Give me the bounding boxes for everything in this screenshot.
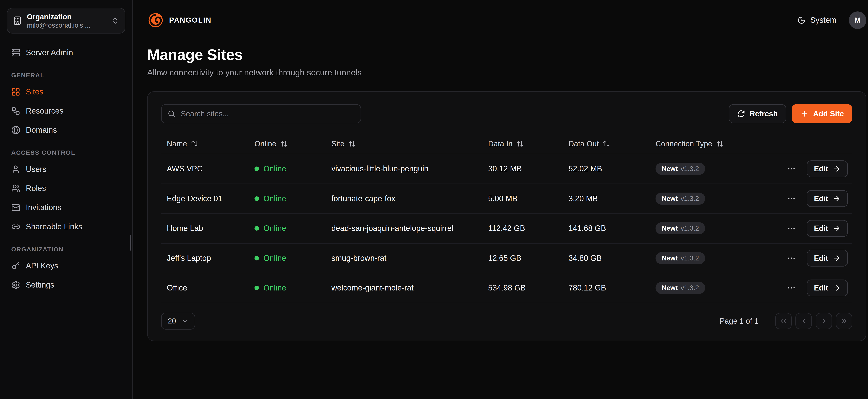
column-header-online[interactable]: Online — [254, 140, 332, 148]
sidebar-item-settings[interactable]: Settings — [7, 276, 125, 294]
sidebar-item-roles[interactable]: Roles — [7, 179, 125, 197]
arrow-right-icon — [833, 165, 841, 173]
row-edit-button[interactable]: Edit — [807, 280, 848, 296]
row-more-button[interactable] — [785, 221, 798, 235]
status-badge: Online — [254, 164, 332, 173]
data-in-value: 534.98 GB — [488, 283, 568, 293]
org-selector-label: Organization — [27, 12, 106, 22]
more-horizontal-icon — [787, 254, 796, 263]
globe-icon — [11, 126, 20, 134]
org-selector[interactable]: Organization milo@fossorial.io's ... — [7, 8, 125, 33]
more-horizontal-icon — [787, 283, 796, 293]
sidebar-item-shareable-links[interactable]: Shareable Links — [7, 218, 125, 236]
next-page-button[interactable] — [816, 313, 832, 329]
sidebar-item-resources[interactable]: Resources — [7, 102, 125, 120]
row-edit-button[interactable]: Edit — [807, 160, 848, 177]
theme-toggle[interactable]: System — [797, 16, 836, 25]
sort-icon — [348, 140, 356, 147]
sidebar-item-users[interactable]: Users — [7, 160, 125, 178]
page-subtitle: Allow connectivity to your network throu… — [147, 67, 866, 77]
status-badge: Online — [254, 283, 332, 293]
row-edit-button[interactable]: Edit — [807, 190, 848, 207]
section-title-access-control: ACCESS CONTROL — [11, 149, 121, 156]
avatar[interactable]: M — [849, 11, 866, 29]
site-name: Edge Device 01 — [167, 194, 254, 203]
page-title: Manage Sites — [147, 46, 866, 64]
sites-card: Refresh Add Site Name Online Site Data I… — [147, 91, 866, 341]
previous-page-button[interactable] — [796, 313, 812, 329]
more-horizontal-icon — [787, 224, 796, 233]
pangolin-logo-icon — [147, 12, 164, 29]
moon-icon — [797, 16, 806, 25]
arrow-right-icon — [833, 254, 841, 262]
brand-logo[interactable]: PANGOLIN — [147, 12, 212, 29]
sidebar-item-label: Settings — [26, 280, 54, 289]
data-in-value: 112.42 GB — [488, 224, 568, 233]
site-name: AWS VPC — [167, 164, 254, 173]
sidebar-item-sites[interactable]: Sites — [7, 83, 125, 101]
page-size-select[interactable]: 20 — [161, 313, 195, 330]
table-toolbar: Refresh Add Site — [161, 104, 852, 123]
more-horizontal-icon — [787, 164, 796, 173]
row-more-button[interactable] — [785, 162, 798, 176]
connection-type-badge: Newtv1.3.2 — [655, 192, 705, 205]
brand-name: PANGOLIN — [169, 16, 212, 24]
more-horizontal-icon — [787, 194, 796, 203]
column-header-site[interactable]: Site — [332, 140, 488, 148]
data-out-value: 141.68 GB — [568, 224, 656, 233]
site-name: Office — [167, 283, 254, 293]
page-content: Manage Sites Allow connectivity to your … — [133, 40, 868, 341]
sites-icon — [11, 87, 20, 96]
row-edit-button[interactable]: Edit — [807, 220, 848, 237]
column-header-connection-type[interactable]: Connection Type — [655, 140, 785, 148]
data-out-value: 52.02 MB — [568, 164, 656, 173]
data-out-value: 34.80 GB — [568, 254, 656, 263]
sidebar-item-invitations[interactable]: Invitations — [7, 198, 125, 217]
key-icon — [11, 261, 20, 270]
column-header-name[interactable]: Name — [167, 140, 254, 148]
section-title-general: GENERAL — [11, 72, 121, 79]
search-box — [161, 104, 361, 123]
pagination-controls — [775, 313, 852, 329]
sort-icon — [716, 140, 723, 147]
connection-type-badge: Newtv1.3.2 — [655, 222, 705, 235]
chevrons-right-icon — [840, 317, 848, 325]
sites-table: Name Online Site Data In Data Out Connec… — [161, 134, 852, 303]
add-site-button[interactable]: Add Site — [792, 104, 852, 123]
table-footer: 20 Page 1 of 1 — [161, 313, 852, 330]
gear-icon — [11, 281, 20, 289]
roles-icon — [11, 184, 20, 193]
online-dot-icon — [254, 256, 259, 260]
server-icon — [11, 48, 20, 57]
row-more-button[interactable] — [785, 281, 798, 295]
table-header-row: Name Online Site Data In Data Out Connec… — [161, 134, 852, 154]
sidebar-item-api-keys[interactable]: API Keys — [7, 257, 125, 275]
search-icon — [167, 110, 176, 118]
status-badge: Online — [254, 194, 332, 203]
sidebar-item-label: Invitations — [26, 203, 61, 212]
row-more-button[interactable] — [785, 251, 798, 265]
first-page-button[interactable] — [775, 313, 792, 329]
refresh-button[interactable]: Refresh — [729, 104, 786, 123]
site-name: Jeff's Laptop — [167, 254, 254, 263]
column-header-data-in[interactable]: Data In — [488, 140, 568, 148]
sidebar-item-server-admin[interactable]: Server Admin — [7, 43, 125, 62]
sort-icon — [517, 140, 524, 147]
theme-label: System — [810, 16, 836, 25]
section-title-organization: ORGANIZATION — [11, 246, 121, 253]
sidebar-nav: Server Admin GENERAL Sites Resources Dom… — [7, 43, 125, 295]
sidebar-item-label: Resources — [26, 106, 64, 116]
sidebar-scrollbar-thumb[interactable] — [130, 235, 132, 251]
sidebar-item-domains[interactable]: Domains — [7, 121, 125, 139]
chevrons-up-down-icon — [111, 17, 119, 25]
column-header-data-out[interactable]: Data Out — [568, 140, 656, 148]
resources-icon — [11, 106, 20, 116]
last-page-button[interactable] — [836, 313, 852, 329]
search-input[interactable] — [161, 104, 361, 123]
row-more-button[interactable] — [785, 192, 798, 206]
row-edit-button[interactable]: Edit — [807, 250, 848, 267]
data-out-value: 780.12 GB — [568, 283, 656, 293]
sort-icon — [603, 140, 610, 147]
table-row: Office Online welcome-giant-mole-rat 534… — [161, 273, 852, 303]
chevron-down-icon — [181, 317, 188, 325]
